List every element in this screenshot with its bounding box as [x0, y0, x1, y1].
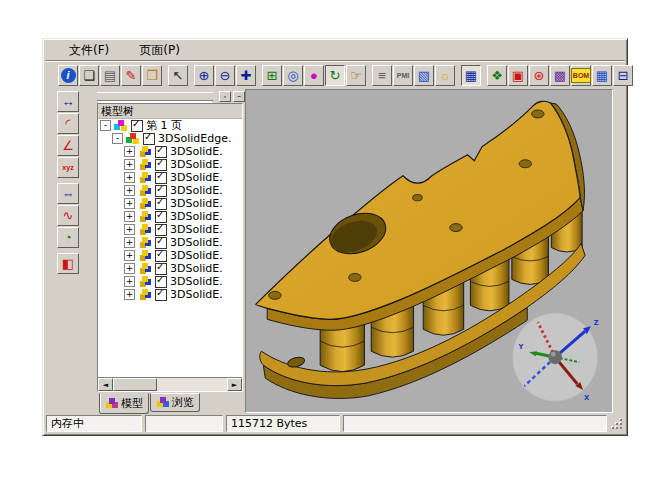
dock-gripper[interactable]	[97, 92, 213, 101]
toolbar-group-tools: ❖▣⊛▩BOM▦⊟	[487, 65, 634, 86]
view-cube-icon: ▧	[418, 69, 430, 82]
scrollbar-track[interactable]	[113, 378, 227, 391]
top-plate	[256, 101, 581, 319]
part-icon	[138, 198, 152, 210]
resize-grip[interactable]	[610, 417, 624, 431]
collapse-icon[interactable]: -	[112, 133, 123, 144]
viewport-3d[interactable]: Z X Y	[245, 89, 613, 413]
status-bar: 内存中 115712 Bytes	[45, 414, 625, 433]
expand-icon[interactable]: +	[124, 237, 135, 248]
curve-length-icon: ∿	[63, 209, 74, 222]
checkbox[interactable]: ✓	[155, 289, 167, 301]
main-area: ↔◜∠xyz ⇔∿◔ ◧ ▫ − 模型树 - ✓ 第 1 页	[45, 89, 625, 413]
orientation-sphere[interactable]: Z X Y	[513, 313, 599, 402]
menu-page[interactable]: 页面(P)	[135, 41, 184, 60]
tree-item-label: 3DSolidE.	[170, 184, 223, 197]
tree-item-part[interactable]: + ✓ 3DSolidE.	[98, 197, 242, 210]
collapse-icon[interactable]: -	[100, 120, 111, 131]
toolbar-button[interactable]: ≡	[372, 65, 392, 86]
toolbar-button[interactable]: ⊟	[613, 65, 633, 86]
toolbar-button[interactable]: ◎	[283, 65, 303, 86]
toolbar-button[interactable]: ▦	[592, 65, 612, 86]
tree-item-part[interactable]: + ✓ 3DSolidE.	[98, 184, 242, 197]
toolbar-button[interactable]: ✚	[236, 65, 256, 86]
toolbar-button[interactable]: ◜	[57, 113, 79, 134]
toolbar-button[interactable]: ▧	[414, 65, 434, 86]
toolbar-button[interactable]: ▦	[461, 65, 481, 86]
tree-item-assembly[interactable]: - ✓ 3DSolidEdge.	[98, 132, 242, 145]
expand-icon[interactable]: +	[124, 159, 135, 170]
expand-icon[interactable]: +	[124, 211, 135, 222]
toolbar-button[interactable]: ▩	[550, 65, 570, 86]
expand-icon[interactable]: +	[124, 276, 135, 287]
part-icon	[138, 289, 152, 301]
toolbar-button[interactable]: PMI	[393, 65, 413, 86]
expand-icon[interactable]: +	[124, 250, 135, 261]
expand-icon[interactable]: +	[124, 224, 135, 235]
toolbar-button[interactable]: ↻	[325, 65, 345, 86]
toolbar-button[interactable]: ❏	[79, 65, 99, 86]
toolbar-button[interactable]: ⊞	[262, 65, 282, 86]
assembly-icon	[126, 133, 140, 145]
expand-icon[interactable]: +	[124, 146, 135, 157]
tree-item-part[interactable]: + ✓ 3DSolidE.	[98, 288, 242, 301]
menu-file[interactable]: 文件(F)	[65, 41, 113, 60]
scroll-left-button[interactable]: ◄	[98, 378, 113, 391]
toolbar-button[interactable]: ⊛	[529, 65, 549, 86]
panel-float-button[interactable]: ▫	[219, 91, 231, 102]
toolbar-button[interactable]: ❖	[487, 65, 507, 86]
tree-item-part[interactable]: + ✓ 3DSolidE.	[98, 223, 242, 236]
toolbar-button[interactable]: xyz	[57, 157, 79, 178]
toolbar-button[interactable]: ●	[304, 65, 324, 86]
pmi-icon: PMI	[397, 69, 409, 82]
toolbar-button[interactable]: ☞	[346, 65, 366, 86]
part-icon	[138, 250, 152, 262]
expand-icon[interactable]: +	[124, 172, 135, 183]
tree-item-part[interactable]: + ✓ 3DSolidE.	[98, 236, 242, 249]
tab-model[interactable]: 模型	[99, 393, 149, 414]
zoom-window-icon: ⊞	[267, 69, 278, 82]
scroll-right-button[interactable]: ►	[227, 378, 242, 391]
assembly-tree-icon: ❖	[491, 69, 503, 82]
toolbar-button[interactable]: ↔	[57, 91, 79, 112]
toolbar-group-notebook: ▦	[461, 65, 482, 86]
toolbar-button[interactable]: ☼	[435, 65, 455, 86]
toolbar-button[interactable]: ⇔	[57, 183, 79, 204]
print-icon: ▤	[104, 69, 116, 82]
tree-item-part[interactable]: + ✓ 3DSolidE.	[98, 171, 242, 184]
tree-item-part[interactable]: + ✓ 3DSolidE.	[98, 210, 242, 223]
tree-hscrollbar[interactable]: ◄ ►	[98, 377, 242, 391]
rotate-view-icon: ↻	[330, 69, 341, 82]
expand-icon[interactable]: +	[124, 198, 135, 209]
expand-icon[interactable]: +	[124, 185, 135, 196]
panel-hide-button[interactable]: −	[233, 91, 245, 102]
toolbar-button[interactable]: ⊖	[215, 65, 235, 86]
status-bytes: 115712 Bytes	[226, 415, 340, 432]
toolbar-button[interactable]: ◧	[57, 253, 79, 274]
tree-item-part[interactable]: + ✓ 3DSolidE.	[98, 275, 242, 288]
toolbar-button[interactable]: ↖	[168, 65, 188, 86]
toolbar-button[interactable]: BOM	[571, 65, 591, 86]
toolbar-button[interactable]: ▣	[508, 65, 528, 86]
expand-icon[interactable]: +	[124, 289, 135, 300]
toolbar-button[interactable]: i	[58, 65, 78, 86]
expand-icon[interactable]: +	[124, 263, 135, 274]
tree-item-part[interactable]: + ✓ 3DSolidE.	[98, 158, 242, 171]
tab-browse[interactable]: 浏览	[150, 393, 200, 412]
toolbar-button[interactable]: ∠	[57, 135, 79, 156]
toolbar-button[interactable]: ❐	[142, 65, 162, 86]
checkbox[interactable]: ✓	[131, 120, 143, 132]
toolbar-button[interactable]: ◔	[57, 227, 79, 248]
tree-item-page[interactable]: - ✓ 第 1 页	[98, 119, 242, 132]
tree-item-part[interactable]: + ✓ 3DSolidE.	[98, 145, 242, 158]
tree-item-label: 3DSolidE.	[170, 223, 223, 236]
move-target-icon: ⊛	[534, 69, 545, 82]
checkbox[interactable]: ✓	[143, 133, 155, 145]
tree-item-part[interactable]: + ✓ 3DSolidE.	[98, 249, 242, 262]
toolbar-button[interactable]: ⊕	[194, 65, 214, 86]
toolbar-button[interactable]: ∿	[57, 205, 79, 226]
toolbar-button[interactable]: ▤	[100, 65, 120, 86]
scrollbar-thumb[interactable]	[113, 378, 157, 391]
toolbar-button[interactable]: ✎	[121, 65, 141, 86]
tree-item-part[interactable]: + ✓ 3DSolidE.	[98, 262, 242, 275]
